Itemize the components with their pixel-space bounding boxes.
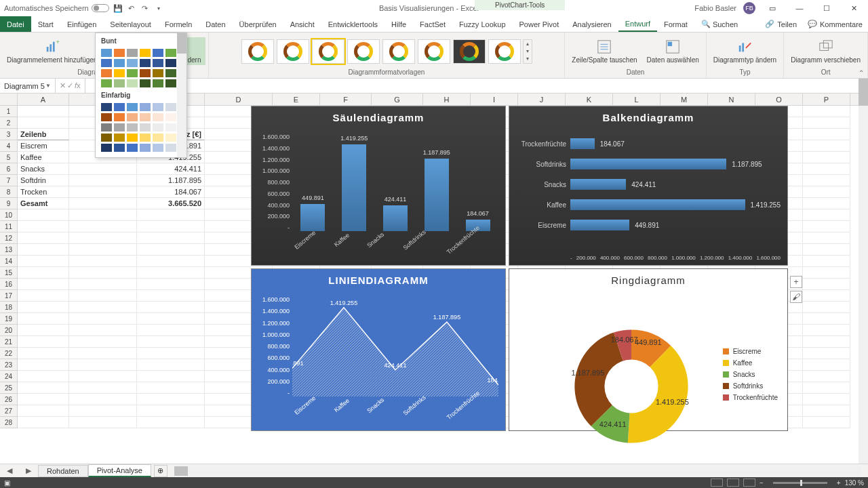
cell[interactable] (18, 405, 69, 417)
row-header[interactable]: 28 (0, 417, 18, 428)
cancel-formula-icon[interactable]: ✕ (60, 81, 66, 90)
cell[interactable] (18, 221, 69, 232)
chart-style-3[interactable] (312, 39, 344, 64)
user-avatar[interactable]: FB (743, 2, 755, 14)
column-header[interactable]: E (273, 94, 320, 105)
cell[interactable]: Gesamt (18, 198, 69, 209)
column-header[interactable]: G (372, 94, 423, 105)
ring-chart[interactable]: Ringdiagramm 449.8911.419.255424.4111.18… (509, 268, 788, 431)
cell[interactable]: Trocken (18, 186, 69, 198)
color-swatch[interactable] (165, 68, 177, 78)
color-swatch[interactable] (100, 68, 113, 78)
column-header[interactable]: M (660, 94, 708, 105)
row-header[interactable]: 27 (0, 405, 18, 417)
cell[interactable] (803, 267, 850, 279)
color-swatch[interactable] (152, 143, 164, 152)
cell[interactable] (18, 256, 69, 267)
cell[interactable]: 1.187.895 (137, 175, 205, 186)
row-header[interactable]: 19 (0, 313, 18, 325)
cell[interactable]: 424.411 (137, 163, 205, 175)
cell[interactable] (69, 313, 137, 325)
cell[interactable] (18, 267, 69, 279)
cell[interactable] (803, 244, 850, 256)
name-box[interactable]: Diagramm 5▼ (0, 79, 56, 93)
cell[interactable] (803, 129, 850, 140)
tab-design[interactable]: Entwurf (618, 16, 657, 32)
column-header[interactable]: P (803, 94, 850, 105)
cell[interactable] (18, 394, 69, 405)
cell[interactable] (137, 313, 205, 325)
cell[interactable] (69, 405, 137, 417)
cell[interactable] (69, 348, 137, 359)
view-page-layout-icon[interactable] (727, 479, 739, 487)
color-swatch[interactable] (139, 79, 151, 88)
tab-help[interactable]: Hilfe (384, 16, 413, 32)
column-header[interactable]: D (205, 94, 273, 105)
autosave-toggle[interactable]: Automatisches Speichern (4, 4, 109, 12)
chart-style-4[interactable] (347, 39, 380, 64)
color-swatch[interactable] (152, 102, 164, 112)
column-header[interactable]: O (755, 94, 803, 105)
color-swatch[interactable] (126, 133, 138, 142)
row-header[interactable]: 1 (0, 106, 18, 117)
chart-style-2[interactable] (277, 39, 309, 64)
add-chart-element-button[interactable]: + Diagrammelement hinzufügen (3, 37, 101, 65)
color-swatch[interactable] (165, 113, 177, 122)
color-swatch[interactable] (152, 133, 164, 142)
cell[interactable] (18, 417, 69, 428)
column-header[interactable]: F (320, 94, 372, 105)
cell[interactable] (18, 302, 69, 313)
column-header[interactable]: I (471, 94, 518, 105)
line-chart[interactable]: LINIENDIAGRAMM 1.600.0001.400.0001.200.0… (251, 268, 506, 431)
tab-file[interactable]: Datei (0, 16, 31, 32)
zoom-slider[interactable] (773, 482, 827, 484)
color-swatch[interactable] (126, 113, 138, 122)
row-header[interactable]: 25 (0, 382, 18, 394)
color-swatch[interactable] (113, 58, 125, 68)
zoom-in-icon[interactable]: + (837, 479, 841, 487)
cell[interactable] (803, 336, 850, 348)
cell[interactable] (803, 140, 850, 152)
color-swatch[interactable] (165, 123, 177, 132)
tab-data[interactable]: Daten (199, 16, 232, 32)
cell[interactable]: Zeilenb (18, 129, 69, 140)
tab-home[interactable]: Start (31, 16, 60, 32)
undo-icon[interactable]: ↶ (127, 3, 136, 13)
cell[interactable] (803, 279, 850, 290)
cell[interactable] (137, 394, 205, 405)
row-header[interactable]: 11 (0, 221, 18, 232)
cell[interactable] (137, 417, 205, 428)
row-header[interactable]: 13 (0, 244, 18, 256)
color-swatch[interactable] (126, 68, 138, 78)
tab-factset[interactable]: FactSet (413, 16, 452, 32)
row-header[interactable]: 16 (0, 279, 18, 290)
cell[interactable] (69, 417, 137, 428)
column-header[interactable]: K (566, 94, 613, 105)
chart-styles-button[interactable]: 🖌 (790, 291, 802, 303)
cell[interactable] (803, 394, 850, 405)
color-swatch[interactable] (113, 113, 125, 122)
cell[interactable] (69, 163, 137, 175)
color-swatch[interactable] (100, 133, 113, 142)
sheet-tab-pivot-analyse[interactable]: Pivot-Analyse (88, 464, 151, 477)
cell[interactable] (803, 106, 850, 117)
column-header[interactable]: L (613, 94, 660, 105)
row-header[interactable]: 4 (0, 140, 18, 152)
cell[interactable] (803, 256, 850, 267)
tab-page-layout[interactable]: Seitenlayout (103, 16, 158, 32)
column-header[interactable]: N (708, 94, 755, 105)
row-header[interactable]: 5 (0, 152, 18, 163)
cell[interactable] (803, 198, 850, 209)
chevron-down-icon[interactable]: ▼ (45, 83, 51, 89)
color-swatch[interactable] (100, 113, 113, 122)
cell[interactable] (137, 371, 205, 382)
zoom-out-icon[interactable]: − (760, 479, 764, 487)
zoom-level[interactable]: 130 % (845, 479, 864, 487)
cell[interactable] (803, 175, 850, 186)
cell[interactable] (803, 302, 850, 313)
color-swatch[interactable] (165, 102, 177, 112)
tab-analyze[interactable]: Analysieren (566, 16, 618, 32)
cell[interactable]: Kaffee (18, 152, 69, 163)
select-data-button[interactable]: Daten auswählen (643, 37, 703, 65)
cell[interactable] (18, 382, 69, 394)
